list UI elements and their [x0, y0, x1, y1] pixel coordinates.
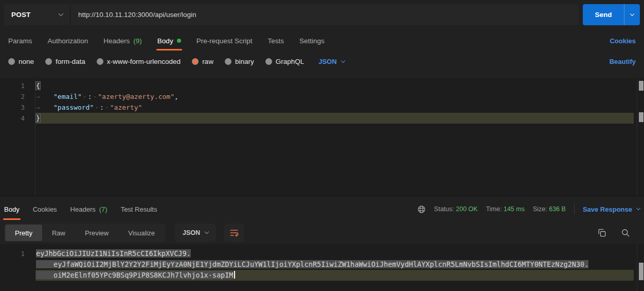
view-visualize[interactable]: Visualize	[118, 225, 165, 241]
body-language-dropdown[interactable]: JSON	[318, 58, 344, 65]
view-raw[interactable]: Raw	[42, 225, 75, 241]
line-number: 3	[0, 102, 25, 113]
request-bar: POST Send	[4, 4, 640, 25]
radio-binary[interactable]: binary	[225, 58, 254, 65]
headers-count-badge: (7)	[99, 206, 108, 213]
response-line-2: eyJfaWQiOiI2MjBlY2Y2Y2FiMjEyYzA0NjE1Yjdm…	[0, 259, 634, 270]
editor-scrollbar[interactable]	[637, 79, 644, 196]
method-dropdown[interactable]: POST	[4, 4, 70, 25]
code-line-2: 2 →"email"·:·"azerty@azerty.com",	[0, 91, 634, 102]
line-number: 4	[0, 113, 25, 124]
size-badge: Size: 636 B	[533, 206, 566, 213]
code-line-1: 1 {	[0, 80, 634, 91]
wrap-text-button[interactable]	[224, 224, 244, 242]
tab-whitespace-icon: →	[36, 102, 53, 113]
line-number: 2	[0, 91, 25, 102]
selected-text: oiM2eElnf05YPc9BSq9PiP8S8KCJh7lvhjo1x-sa…	[36, 271, 234, 279]
response-language-dropdown[interactable]: JSON	[175, 224, 216, 242]
chevron-down-icon	[630, 11, 634, 15]
response-tab-cookies[interactable]: Cookies	[33, 198, 57, 220]
beautify-link[interactable]: Beautify	[610, 53, 636, 70]
scrollbar-thumb[interactable]	[639, 263, 643, 280]
active-tab-underline	[3, 218, 21, 220]
chevron-down-icon	[341, 58, 345, 62]
tab-params[interactable]: Params	[8, 31, 32, 50]
tab-settings[interactable]: Settings	[299, 31, 325, 50]
headers-count-badge: (9)	[133, 37, 142, 45]
copy-response-button[interactable]	[595, 226, 609, 240]
chevron-down-icon	[636, 206, 640, 210]
radio-icon	[45, 58, 52, 65]
response-tabs: Body Cookies Headers (7) Test Results	[4, 198, 157, 220]
response-tab-body[interactable]: Body	[4, 198, 20, 220]
send-button[interactable]: Send	[583, 4, 640, 25]
request-body-editor[interactable]: 1 { 2 →"email"·:·"azerty@azerty.com", 3 …	[0, 78, 644, 196]
tab-body[interactable]: Body	[157, 31, 181, 50]
tab-whitespace-icon: →	[36, 91, 53, 102]
response-meta: Status: 200 OK Time: 145 ms Size: 636 B …	[417, 198, 640, 220]
response-toolbar: Pretty Raw Preview Visualize JSON	[4, 221, 640, 244]
tab-authorization[interactable]: Authorization	[48, 31, 88, 50]
selected-text: eyJhbGciOiJIUzI1NiIsInR5cCI6IkpXVCJ9.	[36, 249, 191, 258]
save-response-button[interactable]: Save Response	[583, 206, 640, 213]
radio-graphql[interactable]: GraphQL	[265, 58, 305, 65]
view-switcher: Pretty Raw Preview Visualize	[4, 224, 166, 242]
request-tabs: Params Authorization Headers (9) Body Pr…	[8, 31, 636, 50]
postman-window: POST Send Params Authorization Headers (…	[0, 0, 644, 291]
search-icon	[620, 228, 631, 238]
editor-scrollbar[interactable]	[637, 244, 644, 291]
response-line-3: oiM2eElnf05YPc9BSq9PiP8S8KCJh7lvhjo1x-sa…	[0, 270, 634, 281]
selected-text: eyJfaWQiOiI2MjBlY2Y2Y2FiMjEyYzA0NjE1Yjdm…	[36, 260, 588, 268]
radio-form-data[interactable]: form-data	[45, 58, 85, 65]
code-line-4: 4 }	[0, 113, 634, 124]
view-pretty[interactable]: Pretty	[5, 225, 42, 241]
response-body-editor[interactable]: 1 eyJhbGciOiJIUzI1NiIsInR5cCI6IkpXVCJ9. …	[0, 244, 644, 291]
body-type-bar: none form-data x-www-form-urlencoded raw…	[8, 53, 636, 70]
word-wrap-icon	[229, 228, 239, 238]
scrollbar-thumb[interactable]	[639, 81, 643, 91]
url-box	[71, 4, 579, 25]
code-line-3: 3 →"password"·:·"azerty"	[0, 102, 634, 113]
network-globe-icon	[417, 205, 426, 214]
response-line-1: 1 eyJhbGciOiJIUzI1NiIsInR5cCI6IkpXVCJ9.	[0, 248, 634, 259]
radio-x-www-form-urlencoded[interactable]: x-www-form-urlencoded	[97, 58, 181, 65]
radio-icon	[225, 58, 231, 65]
line-number: 1	[0, 248, 25, 259]
active-tab-underline	[156, 49, 182, 50]
response-tab-headers[interactable]: Headers (7)	[70, 198, 108, 220]
unsaved-changes-dot	[177, 39, 181, 43]
search-response-button[interactable]	[618, 226, 633, 240]
chevron-down-icon	[205, 230, 209, 234]
radio-selected-icon	[192, 58, 199, 65]
response-header: Body Cookies Headers (7) Test Results St…	[0, 196, 644, 219]
send-options-button[interactable]	[624, 4, 640, 25]
view-preview[interactable]: Preview	[75, 225, 118, 241]
time-badge: Time: 145 ms	[486, 206, 525, 213]
cookies-link[interactable]: Cookies	[610, 31, 636, 50]
cursor-position-marker	[639, 112, 643, 122]
radio-icon	[97, 58, 103, 65]
url-input[interactable]	[71, 11, 579, 19]
radio-none[interactable]: none	[8, 58, 34, 65]
tab-headers[interactable]: Headers (9)	[103, 31, 142, 50]
radio-raw[interactable]: raw	[192, 58, 213, 65]
copy-icon	[597, 228, 607, 238]
send-button-label: Send	[583, 11, 624, 19]
divider	[574, 204, 575, 214]
response-tab-test-results[interactable]: Test Results	[121, 198, 157, 220]
tab-pre-request-script[interactable]: Pre-request Script	[196, 31, 253, 50]
text-cursor	[234, 271, 235, 279]
tab-tests[interactable]: Tests	[267, 31, 284, 50]
radio-icon	[265, 58, 272, 65]
line-number: 1	[0, 80, 25, 91]
method-label: POST	[11, 11, 31, 19]
radio-icon	[8, 58, 15, 65]
status-badge: Status: 200 OK	[434, 206, 478, 213]
chevron-down-icon	[59, 11, 64, 16]
